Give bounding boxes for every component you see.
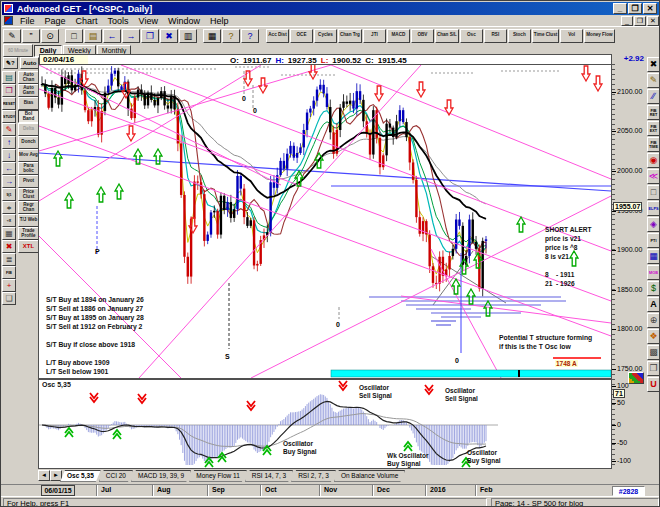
quotes-icon[interactable]: ”: [22, 29, 40, 43]
next-page-icon[interactable]: →: [122, 29, 140, 43]
context-help-icon[interactable]: ?: [241, 29, 259, 43]
study-button-obv[interactable]: OBV: [411, 29, 434, 43]
panel-tab-rsi-2-7-3[interactable]: RSI 2, 7, 3: [291, 470, 336, 482]
left-study-auto-chan[interactable]: Auto Chan: [18, 71, 39, 84]
mdi-minimize-button[interactable]: _: [621, 16, 633, 26]
copy-page-icon[interactable]: ❐: [141, 29, 159, 43]
compress-bars-icon[interactable]: ◂|▸: [2, 201, 16, 214]
trendlines-tool-icon[interactable]: ∕∕: [647, 89, 660, 104]
panel-tab-on-balance-volume[interactable]: On Balance Volume: [334, 470, 405, 482]
fib-time-icon[interactable]: FIB TIME: [647, 137, 660, 152]
new-page-icon[interactable]: □: [65, 29, 83, 43]
chart-type-icon[interactable]: ▤: [2, 71, 16, 84]
bar-spacing-icon[interactable]: 9|1: [2, 188, 16, 201]
left-study-xtl[interactable]: XTL: [18, 240, 39, 253]
auto-button[interactable]: Auto: [20, 57, 40, 69]
close-button[interactable]: ✕: [643, 3, 657, 14]
panel-tab-rsi-14-7-3[interactable]: RSI 14, 7, 3: [245, 470, 293, 482]
left-study-trade-profile[interactable]: Trade Profile: [18, 227, 39, 240]
left-study-pivot[interactable]: Pivot: [18, 175, 39, 188]
gann-fan-icon[interactable]: ≪: [647, 169, 660, 184]
left-study-donch[interactable]: Donch: [18, 136, 39, 149]
maximize-button[interactable]: ❐: [628, 3, 642, 14]
study-button-jti[interactable]: JTI: [363, 29, 386, 43]
study-button-macd[interactable]: MACD: [387, 29, 410, 43]
tab-scroll-left-button[interactable]: ◄: [38, 470, 50, 481]
panel-tab-cci-20[interactable]: CCI 20: [99, 470, 133, 482]
ellipse-tool-icon[interactable]: ELPS: [647, 201, 660, 216]
duplicate-tool-icon[interactable]: ❐: [647, 361, 660, 376]
left-study-auto-gann[interactable]: Auto Gann: [18, 84, 39, 97]
mob-projection-icon[interactable]: ◉: [647, 153, 660, 168]
left-study-bias[interactable]: Bias: [18, 97, 39, 110]
menu-chart[interactable]: Chart: [71, 15, 103, 27]
scroll-up-icon[interactable]: ↑: [2, 136, 16, 149]
help-icon[interactable]: ?: [222, 29, 240, 43]
pencil-tool-icon[interactable]: ✎: [647, 73, 660, 88]
left-study-para-bolic[interactable]: Para bolic: [18, 162, 39, 175]
box-tool-icon[interactable]: □: [647, 185, 660, 200]
scroll-right-icon[interactable]: →: [2, 175, 16, 188]
mob-bands-icon[interactable]: MOB: [647, 265, 660, 280]
zoom-page-icon[interactable]: ⊙: [41, 29, 59, 43]
time-clusters-icon[interactable]: ▦: [647, 249, 660, 264]
tab-scroll-right-button[interactable]: ►: [50, 470, 62, 481]
color-tool-icon[interactable]: ❖: [647, 329, 660, 344]
erase-tool-icon[interactable]: ✖: [647, 57, 660, 72]
delete-lines-icon[interactable]: ✖: [2, 240, 16, 253]
study-button-money-flow[interactable]: Money Flow: [584, 29, 614, 43]
left-study-bol-band[interactable]: Bol Band: [18, 110, 39, 123]
mdi-restore-button[interactable]: ❐: [634, 16, 646, 26]
study-button-oce[interactable]: OCE: [290, 29, 313, 43]
rhombus-tool-icon[interactable]: ◈: [647, 217, 660, 232]
fib-lines-icon[interactable]: FIB: [2, 266, 16, 279]
prev-page-icon[interactable]: ←: [103, 29, 121, 43]
left-study-regr-chan[interactable]: Regr Chan: [18, 201, 39, 214]
text-tool-icon[interactable]: A: [647, 297, 660, 312]
scroll-down-icon[interactable]: ↓: [2, 149, 16, 162]
panel-tab-money-flow-11[interactable]: Money Flow 11: [189, 470, 247, 482]
reset-icon[interactable]: RESET: [2, 97, 16, 110]
elliott-pen-icon[interactable]: ✎: [2, 123, 16, 136]
page-notes-icon[interactable]: ▥: [179, 29, 197, 43]
undo-tool-icon[interactable]: U: [647, 377, 660, 392]
scroll-left-icon[interactable]: ←: [2, 162, 16, 175]
study-button-cycles[interactable]: Cycles: [314, 29, 337, 43]
left-study-mov-avg[interactable]: Mov Avg: [18, 149, 39, 162]
menu-view[interactable]: View: [134, 15, 163, 27]
left-study-price-clust[interactable]: Price Clust: [18, 188, 39, 201]
print-icon[interactable]: ▦: [203, 29, 221, 43]
oscillator-panel[interactable]: Osc 5,35 Oscillator Sell SignalOscillato…: [38, 379, 612, 469]
expand-bars-icon[interactable]: ÷X: [2, 214, 16, 227]
panel-tab-macd-19-39-9[interactable]: MACD 19, 39, 9: [131, 470, 191, 482]
menu-window[interactable]: Window: [163, 15, 205, 27]
fib-extension-icon[interactable]: FIB EXT: [647, 121, 660, 136]
fib-retracement-icon[interactable]: FIB RET: [647, 105, 660, 120]
annotate-icon[interactable]: ✎: [3, 29, 21, 43]
study-icon[interactable]: STUDY: [2, 110, 16, 123]
minimize-button[interactable]: _: [613, 3, 627, 14]
lines-icon[interactable]: ≣: [2, 253, 16, 266]
delete-page-icon[interactable]: ✖: [160, 29, 178, 43]
panel-tab-osc-5-35[interactable]: Osc 5,35: [60, 470, 101, 482]
study-button-chan-trg[interactable]: Chan Trg: [338, 29, 362, 43]
study-button-rsi[interactable]: RSI: [484, 29, 507, 43]
new-window-icon[interactable]: ❏: [2, 292, 16, 305]
study-button-acc-dist[interactable]: Acc Dist: [266, 29, 289, 43]
menu-file[interactable]: File: [15, 15, 40, 27]
left-study-t-j-web[interactable]: T/J Web: [18, 214, 39, 227]
zoom-tool-icon[interactable]: ⊕: [647, 313, 660, 328]
menu-page[interactable]: Page: [40, 15, 71, 27]
study-button-chan-s-l[interactable]: Chan S/L: [435, 29, 459, 43]
palette-icon[interactable]: ❒: [2, 84, 16, 97]
pointer-query-button[interactable]: ✎?: [3, 57, 18, 69]
study-button-stoch[interactable]: Stoch: [508, 29, 531, 43]
mdi-close-button[interactable]: ✕: [647, 16, 659, 26]
pti-icon[interactable]: PTI: [647, 233, 660, 248]
crosshair-icon[interactable]: +: [2, 279, 16, 292]
study-button-time-clust[interactable]: Time Clust: [532, 29, 559, 43]
grid-icon[interactable]: ▦: [2, 227, 16, 240]
price-chart-area[interactable]: 00PS00 S/T Buy at 1894 on January 26 S/T…: [38, 64, 612, 379]
study-button-vol[interactable]: Vol: [560, 29, 583, 43]
snap-grid-icon[interactable]: ▩: [647, 345, 660, 360]
